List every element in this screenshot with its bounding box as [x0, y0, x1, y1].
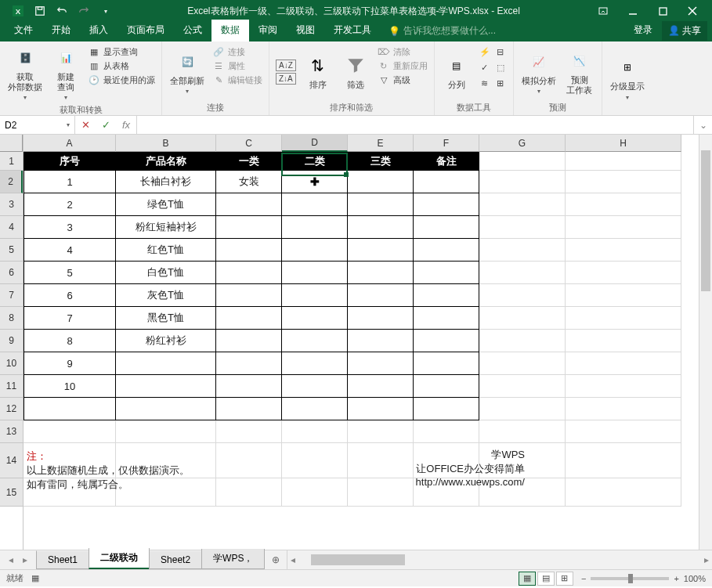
- row-header-5[interactable]: 5: [0, 239, 23, 262]
- cell-E4[interactable]: [348, 216, 414, 239]
- cell-A6[interactable]: 5: [23, 262, 116, 284]
- cell-D5[interactable]: [282, 239, 348, 262]
- refresh-all-button[interactable]: 🔄全部刷新▾: [167, 44, 208, 100]
- zoom-out-button[interactable]: −: [581, 574, 586, 583]
- cell-A11[interactable]: 10: [23, 375, 116, 398]
- filter-button[interactable]: 筛选: [338, 44, 373, 100]
- cell-E12[interactable]: [348, 398, 414, 420]
- cell-H2[interactable]: [566, 171, 681, 193]
- sheet-nav-next[interactable]: ▸: [19, 554, 31, 566]
- cell-A10[interactable]: 9: [23, 352, 116, 375]
- tab-审阅[interactable]: 审阅: [249, 20, 287, 41]
- cell-F7[interactable]: [414, 284, 479, 307]
- tools-1[interactable]: ⚡⊟: [479, 45, 507, 58]
- cell-F3[interactable]: [414, 193, 479, 216]
- tab-公式[interactable]: 公式: [174, 20, 211, 41]
- cell-C10[interactable]: [216, 352, 282, 375]
- cell-C7[interactable]: [216, 284, 282, 307]
- tab-插入[interactable]: 插入: [80, 20, 117, 41]
- cell-D3[interactable]: [282, 193, 348, 216]
- cell-C12[interactable]: [216, 398, 282, 420]
- cell-G1[interactable]: [479, 152, 566, 171]
- cell-E9[interactable]: [348, 330, 414, 352]
- cell-C8[interactable]: [216, 307, 282, 330]
- row-header-10[interactable]: 10: [0, 352, 23, 375]
- new-query-button[interactable]: 📊新建 查询▾: [49, 44, 83, 103]
- forecast-button[interactable]: 📉预测 工作表: [562, 44, 597, 100]
- cell-H13[interactable]: [566, 420, 681, 443]
- text-to-columns-button[interactable]: ▤分列: [439, 44, 474, 100]
- cell-G9[interactable]: [479, 330, 566, 352]
- cell-B1[interactable]: 产品名称: [116, 152, 216, 171]
- cell-A12[interactable]: [23, 398, 116, 420]
- cell-G2[interactable]: [479, 171, 566, 193]
- cell-D1[interactable]: 二类: [282, 152, 348, 171]
- login-link[interactable]: 登录: [624, 20, 662, 41]
- cell-H1[interactable]: [566, 152, 681, 171]
- cell-D11[interactable]: [282, 375, 348, 398]
- cell-D8[interactable]: [282, 307, 348, 330]
- cell-F13[interactable]: [414, 420, 479, 443]
- cell-C6[interactable]: [216, 262, 282, 284]
- col-header-E[interactable]: E: [348, 135, 414, 152]
- cell-G8[interactable]: [479, 307, 566, 330]
- col-header-A[interactable]: A: [23, 135, 116, 152]
- cell-D14[interactable]: [282, 443, 348, 478]
- fx-icon[interactable]: fx: [116, 119, 136, 131]
- cancel-icon[interactable]: ✕: [75, 119, 96, 131]
- row-header-11[interactable]: 11: [0, 375, 23, 398]
- col-header-D[interactable]: D: [282, 135, 348, 152]
- cell-B3[interactable]: 绿色T恤: [116, 193, 216, 216]
- cell-C3[interactable]: [216, 193, 282, 216]
- cell-B10[interactable]: [116, 352, 216, 375]
- cell-G7[interactable]: [479, 284, 566, 307]
- cell-B6[interactable]: 白色T恤: [116, 262, 216, 284]
- sheet-tab-2[interactable]: Sheet2: [149, 551, 202, 569]
- row-header-1[interactable]: 1: [0, 152, 23, 171]
- cell-D4[interactable]: [282, 216, 348, 239]
- cell-C13[interactable]: [216, 420, 282, 443]
- cell-C4[interactable]: [216, 216, 282, 239]
- cell-D2[interactable]: ✚: [282, 171, 348, 193]
- cell-G3[interactable]: [479, 193, 566, 216]
- cell-E2[interactable]: [348, 171, 414, 193]
- cell-H9[interactable]: [566, 330, 681, 352]
- cell-B12[interactable]: [116, 398, 216, 420]
- cell-B4[interactable]: 粉红短袖衬衫: [116, 216, 216, 239]
- cell-H7[interactable]: [566, 284, 681, 307]
- row-header-3[interactable]: 3: [0, 193, 23, 216]
- cell-D12[interactable]: [282, 398, 348, 420]
- cell-C11[interactable]: [216, 375, 282, 398]
- cell-C5[interactable]: [216, 239, 282, 262]
- tab-开始[interactable]: 开始: [42, 20, 80, 41]
- cell-C1[interactable]: 一类: [216, 152, 282, 171]
- external-data-button[interactable]: 🗄️获取 外部数据▾: [5, 44, 45, 103]
- cell-G13[interactable]: [479, 420, 566, 443]
- cell-G6[interactable]: [479, 262, 566, 284]
- tools-2[interactable]: ✓⬚: [479, 61, 507, 74]
- cell-E3[interactable]: [348, 193, 414, 216]
- cell-B13[interactable]: [116, 420, 216, 443]
- close-button[interactable]: [679, 2, 706, 20]
- tools-3[interactable]: ≋⊞: [479, 77, 507, 89]
- sheet-tab-0[interactable]: Sheet1: [36, 551, 89, 569]
- save-icon[interactable]: [31, 2, 49, 20]
- tab-数据[interactable]: 数据: [211, 20, 249, 41]
- cell-F9[interactable]: [414, 330, 479, 352]
- select-all-corner[interactable]: [0, 135, 23, 152]
- col-header-F[interactable]: F: [414, 135, 479, 152]
- sheet-nav-prev[interactable]: ◂: [5, 554, 17, 566]
- cell-H8[interactable]: [566, 307, 681, 330]
- cell-D13[interactable]: [282, 420, 348, 443]
- cell-H10[interactable]: [566, 352, 681, 375]
- tab-视图[interactable]: 视图: [287, 20, 324, 41]
- cell-E13[interactable]: [348, 420, 414, 443]
- row-header-9[interactable]: 9: [0, 330, 23, 352]
- cell-B5[interactable]: 红色T恤: [116, 239, 216, 262]
- cell-F2[interactable]: [414, 171, 479, 193]
- horizontal-scrollbar[interactable]: ◂▸: [287, 550, 712, 569]
- cell-A5[interactable]: 4: [23, 239, 116, 262]
- advanced-filter-button[interactable]: ▽高级: [378, 74, 428, 86]
- cell-D10[interactable]: [282, 352, 348, 375]
- name-box[interactable]: ▾: [0, 116, 75, 134]
